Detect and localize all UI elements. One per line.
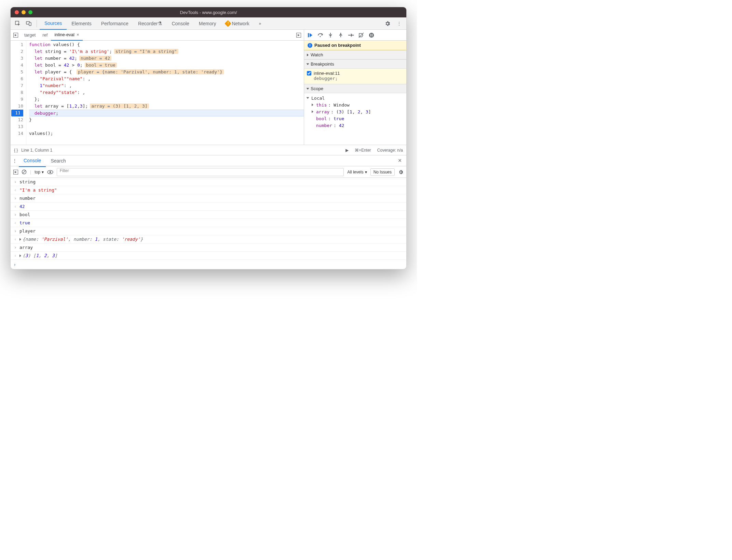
inspect-icon[interactable] [13,18,23,29]
tab-sources[interactable]: Sources [40,17,67,30]
breakpoint-item[interactable]: inline-eval:11 debugger; [304,69,406,84]
cursor-position: Line 1, Column 1 [21,148,52,153]
console-row: string [11,178,406,186]
svg-rect-12 [370,34,371,37]
svg-rect-13 [372,34,372,37]
info-icon: i [308,43,312,48]
tab-memory[interactable]: Memory [194,17,221,30]
console-row: (3) [1, 2, 3] [11,252,406,260]
console-toolbar: | top ▾ Filter All levels ▾ No Issues [11,166,406,178]
console-row: array [11,243,406,252]
live-expression-icon[interactable] [47,170,53,174]
step-icon[interactable] [347,31,355,39]
step-into-icon[interactable] [327,31,334,39]
scope-variable[interactable]: array: (3) [1, 2, 3] [307,108,404,115]
run-shortcut-label: ⌘+Enter [355,148,371,153]
console-output[interactable]: string"I'm a string"number42booltrueplay… [11,178,406,260]
console-row: true [11,219,406,227]
coverage-label: Coverage: n/a [377,148,403,153]
tab-elements[interactable]: Elements [67,17,96,30]
svg-point-18 [49,171,51,173]
braces-icon[interactable]: { } [14,148,18,153]
file-tab-ref[interactable]: ref [39,30,51,41]
svg-rect-2 [29,23,31,26]
paused-banner: i Paused on breakpoint [304,41,406,50]
breakpoint-location: inline-eval:11 [314,71,403,76]
step-over-icon[interactable] [316,31,324,39]
svg-rect-5 [308,33,309,37]
drawer-menu-icon[interactable]: ⋮ [13,158,17,163]
window-title: DevTools - www.google.com/ [11,10,406,15]
svg-point-7 [330,36,331,37]
svg-point-9 [353,34,354,36]
kebab-menu-icon[interactable]: ⋮ [394,18,404,29]
pause-exceptions-icon[interactable] [368,31,375,39]
console-row: bool [11,211,406,219]
drawer-tab-console[interactable]: Console [19,155,46,167]
tab-network[interactable]: Network [221,17,254,30]
breakpoint-code: debugger; [314,76,403,81]
scope-variable[interactable]: this: Window [307,101,404,108]
scope-local-header[interactable]: Local [307,95,404,101]
debugger-toolbar [304,30,406,40]
debugger-sidebar: i Paused on breakpoint Watch Breakpoints… [304,41,406,145]
filter-input[interactable]: Filter [57,168,344,176]
resume-icon[interactable] [306,31,314,39]
scope-variable[interactable]: number: 42 [307,122,404,129]
breakpoint-checkbox[interactable] [307,71,311,75]
console-row: number [11,194,406,202]
tab-recorder[interactable]: Recorder ⚗ [133,17,167,30]
context-selector[interactable]: top ▾ [35,170,44,174]
editor-statusbar: { } Line 1, Column 1 ▶ ⌘+Enter Coverage:… [11,145,406,155]
drawer-tabs: ⋮ ConsoleSearch × [11,155,406,166]
settings-icon[interactable] [382,18,393,29]
device-toolbar-icon[interactable] [24,18,34,29]
console-settings-icon[interactable] [398,169,404,175]
clear-console-icon[interactable] [22,169,27,174]
editor-file-tabs: targetrefinline-eval× [11,30,304,40]
console-prompt[interactable] [11,260,406,269]
warning-icon [225,20,232,27]
tab-console[interactable]: Console [167,17,194,30]
breakpoints-pane-header[interactable]: Breakpoints [304,59,406,69]
close-icon[interactable]: × [77,32,79,37]
step-out-icon[interactable] [337,31,344,39]
svg-point-8 [340,33,341,34]
console-row: {name: 'Parzival', number: 1, state: 're… [11,235,406,243]
run-snippet-icon[interactable]: ▶ [345,148,349,153]
file-tab-inline-eval[interactable]: inline-eval× [51,30,82,41]
console-row: player [11,227,406,235]
scope-pane-header[interactable]: Scope [304,84,406,93]
more-tabs-icon[interactable]: » [255,18,265,29]
more-files-icon[interactable] [296,33,301,38]
console-sidebar-icon[interactable] [13,170,18,174]
levels-selector[interactable]: All levels ▾ [347,170,367,174]
main-toolbar: SourcesElementsPerformanceRecorder ⚗Cons… [11,17,406,30]
scope-variable[interactable]: bool: true [307,115,404,122]
window-titlebar: DevTools - www.google.com/ [11,7,406,17]
svg-line-16 [23,170,26,173]
console-row: "I'm a string" [11,186,406,194]
tab-performance[interactable]: Performance [96,17,133,30]
watch-pane-header[interactable]: Watch [304,50,406,59]
svg-point-6 [320,36,321,37]
show-navigator-icon[interactable] [13,33,18,38]
svg-point-11 [369,33,374,38]
drawer-tab-search[interactable]: Search [46,155,70,167]
deactivate-breakpoints-icon[interactable] [357,31,365,39]
file-tab-target[interactable]: target [21,30,39,41]
drawer-close-icon[interactable]: × [395,157,404,164]
code-editor[interactable]: 1234567891011121314 function values() { … [11,41,304,145]
console-row: 42 [11,202,406,211]
issues-button[interactable]: No Issues [370,168,395,176]
